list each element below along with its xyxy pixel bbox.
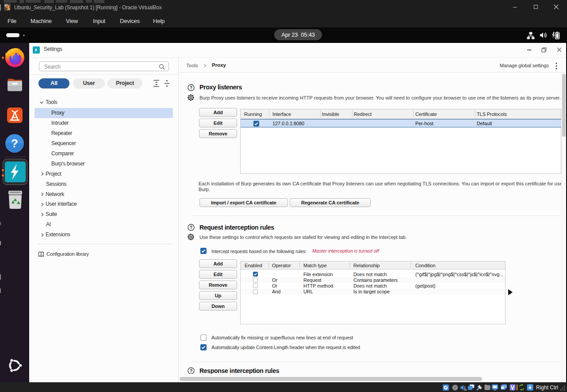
svg-text:?: ? (11, 137, 18, 150)
svg-text:?: ? (190, 225, 192, 230)
svg-text:?: ? (190, 85, 192, 90)
svg-text:?: ? (190, 369, 192, 373)
